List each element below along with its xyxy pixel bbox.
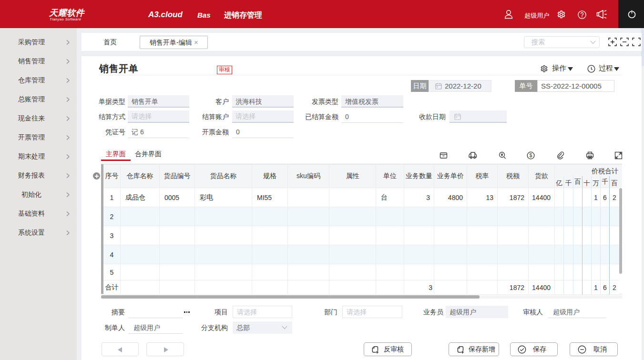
svg-text:$: $ [530, 152, 532, 158]
